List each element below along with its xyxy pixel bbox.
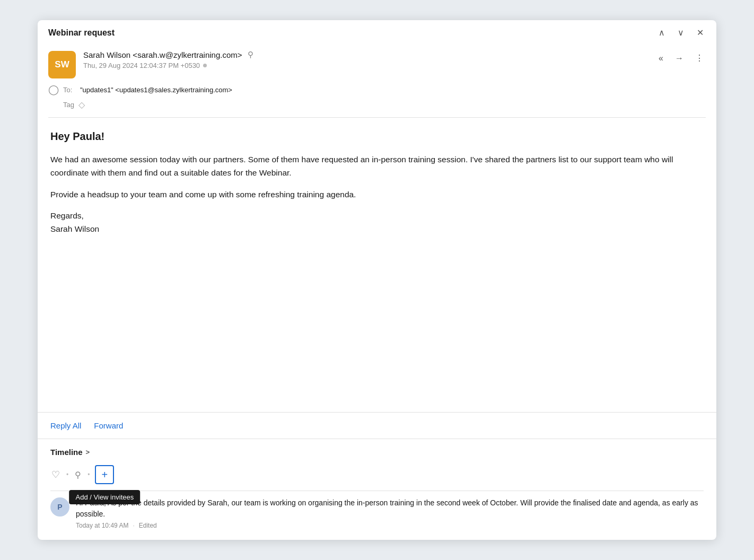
to-row: ◯ To: "updates1" <updates1@sales.zylkert… xyxy=(48,84,706,95)
reply-preview: P Hi Paula, As per the details provided … xyxy=(50,491,704,533)
sender-name-row: Sarah Wilson <sarah.w@zylkertraining.com… xyxy=(83,50,649,59)
reply-meta: Today at 10:49 AM · Edited xyxy=(76,522,704,529)
email-greeting: Hey Paula! xyxy=(50,130,704,143)
to-label: To: xyxy=(63,86,76,94)
more-options-button[interactable]: ⋮ xyxy=(693,51,706,65)
reply-text: Hi Paula, As per the details provided by… xyxy=(76,497,704,520)
collapse-up-button[interactable]: ∧ xyxy=(656,28,667,38)
add-invitees-tooltip: Add / View invitees xyxy=(69,490,141,504)
search-icon[interactable]: ⚲ xyxy=(248,50,253,59)
dot-2: • xyxy=(87,471,90,478)
email-paragraph-2: Provide a headsup to your team and come … xyxy=(50,188,704,202)
reply-all-button[interactable]: Reply All xyxy=(50,421,81,430)
header-actions: « → ⋮ xyxy=(656,50,706,65)
email-paragraph-1: We had an awesome session today with our… xyxy=(50,153,704,180)
reply-time: Today at 10:49 AM xyxy=(76,522,128,529)
close-button[interactable]: ✕ xyxy=(695,28,706,38)
like-button[interactable]: ♡ xyxy=(50,468,61,482)
timeline-expand-icon: > xyxy=(86,448,90,456)
timeline-section: Timeline > ♡ • ⚲ • + Add / View invitees… xyxy=(38,439,716,540)
forward-icon-button[interactable]: → xyxy=(673,51,686,65)
timeline-label: Timeline xyxy=(50,448,83,457)
sender-info: Sarah Wilson <sarah.w@zylkertraining.com… xyxy=(83,50,649,69)
timeline-actions-row: ♡ • ⚲ • + Add / View invitees xyxy=(50,465,704,484)
add-invitees-button[interactable]: + xyxy=(95,465,114,484)
action-buttons-row: Reply All Forward xyxy=(38,412,716,439)
tag-label: Tag xyxy=(63,101,74,109)
sender-row: SW Sarah Wilson <sarah.w@zylkertraining.… xyxy=(48,50,706,78)
reply-all-icon-button[interactable]: « xyxy=(656,51,665,65)
to-value: "updates1" <updates1@sales.zylkertrainin… xyxy=(80,86,232,94)
email-body: Hey Paula! We had an awesome session tod… xyxy=(38,118,716,412)
reply-avatar-initials: P xyxy=(57,503,62,511)
avatar: SW xyxy=(48,51,76,78)
sender-name: Sarah Wilson <sarah.w@zylkertraining.com… xyxy=(83,50,242,59)
reply-content: Hi Paula, As per the details provided by… xyxy=(76,497,704,529)
meta-dot: · xyxy=(133,522,134,529)
expand-to-icon[interactable]: ◯ xyxy=(48,84,59,95)
add-invitees-container: + Add / View invitees xyxy=(95,465,114,484)
title-bar: Webinar request ∧ ∨ ✕ xyxy=(38,20,716,43)
window-title: Webinar request xyxy=(48,28,115,38)
collapse-down-button[interactable]: ∨ xyxy=(676,28,686,38)
email-regards: Regards, Sarah Wilson xyxy=(50,209,704,236)
window-controls: ∧ ∨ ✕ xyxy=(656,28,706,38)
signature-text: Sarah Wilson xyxy=(50,223,704,236)
tag-icon[interactable]: ◇ xyxy=(78,100,85,110)
email-window: Webinar request ∧ ∨ ✕ SW Sarah Wilson <s… xyxy=(38,20,716,540)
forward-button[interactable]: Forward xyxy=(94,421,123,430)
timeline-header[interactable]: Timeline > xyxy=(50,448,704,457)
date-text: Thu, 29 Aug 2024 12:04:37 PM +0530 xyxy=(83,62,200,69)
status-dot xyxy=(203,64,207,67)
sender-date: Thu, 29 Aug 2024 12:04:37 PM +0530 xyxy=(83,62,649,69)
reply-avatar: P xyxy=(50,497,69,517)
mention-button[interactable]: ⚲ xyxy=(74,469,82,481)
add-icon: + xyxy=(102,469,108,481)
edited-label: Edited xyxy=(139,522,157,529)
regards-text: Regards, xyxy=(50,209,704,223)
dot-1: • xyxy=(66,471,68,478)
tag-row: Tag ◇ xyxy=(48,100,706,110)
email-header: SW Sarah Wilson <sarah.w@zylkertraining.… xyxy=(38,43,716,110)
